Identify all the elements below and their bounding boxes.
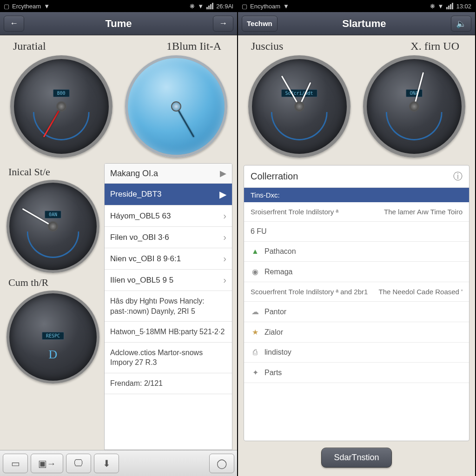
collaboration-panel: Collerration ⓘ Tins-Dxc: Sroiserfrent Tr… <box>244 165 469 441</box>
list-item[interactable]: ★Zialor <box>244 322 469 343</box>
gauge-blum[interactable] <box>125 55 227 158</box>
gauge-title-juratial: Juratial <box>7 40 116 53</box>
item-icon: ★ <box>251 328 260 337</box>
sound-button[interactable]: 🔈 <box>451 16 471 32</box>
gauge-sub-arc <box>27 231 79 258</box>
list-item[interactable]: ▲Pathacon <box>244 242 469 262</box>
list-item[interactable]: Preside_DBT3▶ <box>105 184 232 205</box>
item-label: Pantor <box>264 308 286 316</box>
list-item-label: Ilíen vo_OBL5 9 5 <box>110 276 173 285</box>
snowflake-icon: ❋ <box>190 3 195 10</box>
signal-icon <box>206 3 213 9</box>
gauge-sub-arc <box>385 112 442 140</box>
carrier-label: Encythoam <box>250 3 280 10</box>
gauge-lcd: 0AN <box>45 211 61 218</box>
gauge-hub <box>294 101 304 112</box>
list-item[interactable]: ☁Pantor <box>244 302 469 322</box>
item-label: Zialor <box>264 328 283 337</box>
item-icon: ✦ <box>251 368 260 377</box>
list-item[interactable]: ⎙lindistoy <box>244 343 469 363</box>
item-label: lindistoy <box>264 348 291 357</box>
wifi-icon-2: ▼ <box>438 3 444 10</box>
list-item[interactable]: Ilíen vo_OBL5 9 5› <box>105 270 232 291</box>
chevron-right-icon: › <box>223 211 226 221</box>
tab-search[interactable]: ◯ <box>209 454 234 473</box>
back-button[interactable]: ← <box>4 16 24 32</box>
gauge-lcd: ONA <box>405 89 422 97</box>
item-icon: ◉ <box>251 267 260 276</box>
list-item-label: Nien vc_OBI 8 9·6:1 <box>110 254 181 264</box>
gauge-firn[interactable]: ONA <box>363 55 465 158</box>
tab-save[interactable]: ⬇ <box>94 454 119 473</box>
back-label: Techwn <box>247 20 272 27</box>
item-icon: ▲ <box>251 247 260 256</box>
gauge-title-blum: 1Blum Iit-A <box>121 40 231 53</box>
col-left: Scouerfrent Trole Indilstory ª and 2br1 <box>251 288 368 296</box>
gauge-title-juscius: Juscius <box>245 40 354 53</box>
gauge-juscius[interactable]: Sofcri/wdt <box>248 55 350 158</box>
status-bar-right: ▢ Encythoam ▼ ❋ ▼ 13:02 <box>238 0 475 12</box>
section-header: Tins-Dxc: <box>244 188 469 202</box>
list-item-label: Filen vo_OBI 3·6 <box>110 233 169 242</box>
wifi-icon: ▼ <box>283 3 289 10</box>
chevron-right-icon: ▶ <box>219 189 226 200</box>
options-list: Makang OI.a ▶ Preside_DBT3▶Háyom_OBL5 63… <box>104 163 232 450</box>
list-header[interactable]: Makang OI.a ▶ <box>105 164 232 184</box>
list-item[interactable]: Nien vc_OBI 8 9·6:1› <box>105 248 232 270</box>
nav-bar-right: Techwn Slartume 🔈 <box>238 12 475 35</box>
gauge-lcd: 800 <box>53 89 69 97</box>
list-item[interactable]: Háyom_OBL5 63› <box>105 205 232 227</box>
snowflake-icon: ❋ <box>430 3 435 10</box>
nav-bar-left: ← Tume → <box>0 12 237 35</box>
list-item[interactable]: Filen vo_OBI 3·6› <box>105 227 232 248</box>
col-left: Sroiserfrent Trole Indilstory ª <box>251 208 338 216</box>
list-item[interactable]: Frendam: 2/121 <box>105 373 232 394</box>
battery-icon: ▢ <box>242 3 247 10</box>
list-item[interactable]: 6 FU <box>244 222 469 242</box>
chevron-right-icon: ▶ <box>220 168 226 178</box>
gauge-hub <box>171 101 181 112</box>
back-button[interactable]: Techwn <box>242 16 278 32</box>
list-item[interactable]: Adclowe.ctios Martor-snows Impory 27 R.3 <box>105 343 232 373</box>
wifi-icon-2: ▼ <box>198 3 204 10</box>
tab-bar: ▭ ▣→ 🖵 ⬇ ◯ <box>0 450 237 476</box>
clock-label: 26:9Al <box>216 3 233 10</box>
list-item[interactable]: Hâs dby Hghtı Pows Hancly: past-:nown) D… <box>105 291 232 322</box>
panel-header[interactable]: Collerration ⓘ <box>244 165 469 188</box>
gauge-lcd: Sofcri/wdt <box>281 89 317 97</box>
gauge-center-glyph: D <box>49 348 58 362</box>
page-title: Tume <box>24 18 213 30</box>
gauge-title-firn: X. firn UO <box>359 40 469 53</box>
tab-dashboard[interactable]: ▭ <box>3 454 28 473</box>
signal-icon <box>446 3 453 9</box>
wifi-icon: ▼ <box>44 3 50 10</box>
gauge-sub-arc <box>33 112 89 140</box>
tab-monitor[interactable]: 🖵 <box>66 454 91 473</box>
list-item-label: Preside_DBT3 <box>110 190 162 199</box>
list-item[interactable]: ✦Parts <box>244 363 469 383</box>
item-label: Parts <box>264 369 282 377</box>
gauge-hub <box>409 101 419 112</box>
forward-button[interactable]: → <box>213 16 233 32</box>
start-button-label: SdarTnstion <box>334 453 379 462</box>
phone-left: ▢ Ercytheam ▼ ❋ ▼ 26:9Al ← Tume → Jurati… <box>0 0 238 476</box>
gauge-sub-arc <box>271 112 327 140</box>
list-item[interactable]: ◉Remaga <box>244 262 469 282</box>
item-label: Remaga <box>264 268 292 276</box>
item-label: Pathacon <box>264 247 296 256</box>
page-title: Slartume <box>278 18 451 30</box>
chevron-right-icon: › <box>223 232 226 243</box>
status-bar-left: ▢ Ercytheam ▼ ❋ ▼ 26:9Al <box>0 0 237 12</box>
gauge-cum[interactable]: RESPC D <box>7 291 99 383</box>
list-header-label: Makang OI.a <box>110 169 158 178</box>
col-right: The lamer Aıw Time Toiro <box>384 208 463 216</box>
gauge-title-cum: Cum th/R <box>8 277 99 289</box>
start-button[interactable]: SdarTnstion <box>321 448 391 468</box>
item-icon: ⎙ <box>251 348 260 357</box>
info-icon[interactable]: ⓘ <box>453 170 463 183</box>
gauge-hub <box>56 101 66 112</box>
gauge-juratial[interactable]: 800 <box>10 55 112 158</box>
list-item[interactable]: Hatwon_5·18MM HB:party 521-2·2 <box>105 322 232 343</box>
gauge-inical[interactable]: 0AN <box>7 180 99 273</box>
tab-media[interactable]: ▣→ <box>31 454 63 473</box>
